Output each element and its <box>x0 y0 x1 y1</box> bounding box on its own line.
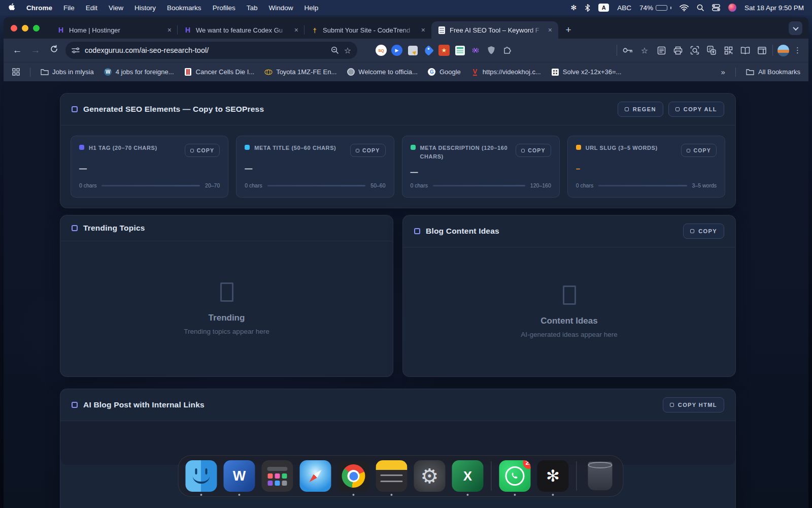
seoquake-extension-icon[interactable]: SQ <box>376 45 387 56</box>
char-count: 0 chars <box>411 182 428 188</box>
blog-title: AI Blog Post with Internal Links <box>83 400 205 409</box>
site-settings-icon[interactable] <box>72 47 80 54</box>
close-window-button[interactable] <box>11 25 17 31</box>
password-key-icon[interactable] <box>622 47 634 53</box>
siri-icon[interactable] <box>728 4 736 12</box>
video-extension-icon[interactable]: ▶ <box>391 45 402 56</box>
input-language-label[interactable]: ABC <box>617 4 631 12</box>
control-center-icon[interactable] <box>712 4 720 11</box>
bluetooth-icon[interactable] <box>585 4 590 12</box>
close-tab-icon[interactable]: × <box>166 26 173 34</box>
menu-edit[interactable]: Edit <box>86 4 97 12</box>
minimize-window-button[interactable] <box>22 25 28 31</box>
url-text[interactable]: codexguruu.com/ai-seo-research-tool/ <box>85 46 326 54</box>
tab-codex-feature[interactable]: H We want to feature Codex Gu × <box>178 21 304 39</box>
tab-search-button[interactable] <box>789 21 802 35</box>
menu-tab[interactable]: Tab <box>247 4 258 12</box>
tab-hostinger[interactable]: H Home | Hostinger × <box>51 21 178 39</box>
translate-icon[interactable]: G <box>705 46 718 55</box>
menu-window[interactable]: Window <box>268 4 293 12</box>
menu-profiles[interactable]: Profiles <box>213 4 235 12</box>
address-bar[interactable]: codexguruu.com/ai-seo-research-tool/ ☆ <box>65 42 357 59</box>
extensions-puzzle-icon[interactable] <box>501 45 513 56</box>
tag-extension-icon[interactable] <box>423 45 434 56</box>
wordpress-icon: W <box>104 68 112 76</box>
menubar-clock[interactable]: Sat 18 Apr 9:50 PM <box>745 4 804 12</box>
copy-all-button[interactable]: COPY ALL <box>668 102 724 117</box>
close-tab-icon[interactable]: × <box>547 26 553 34</box>
dock-word[interactable]: W <box>223 460 255 496</box>
seo-review-extension-icon[interactable]: ★ <box>438 45 450 56</box>
close-tab-icon[interactable]: × <box>293 26 299 34</box>
menu-bookmarks[interactable]: Bookmarks <box>167 4 201 12</box>
shield-extension-icon[interactable] <box>486 45 497 56</box>
side-panel-icon[interactable] <box>756 47 768 54</box>
copy-url-slug-button[interactable]: COPY <box>681 144 717 157</box>
menu-history[interactable]: History <box>134 4 156 12</box>
bookmark-star-icon[interactable]: ☆ <box>344 46 351 55</box>
reload-button[interactable] <box>47 45 60 56</box>
copy-h1-button[interactable]: COPY <box>185 144 220 157</box>
copy-meta-title-button[interactable]: COPY <box>350 144 386 157</box>
qr-code-icon[interactable] <box>722 46 734 55</box>
tab-submit-site[interactable]: † Submit Your Site - CodeTrend × <box>304 21 431 39</box>
print-icon[interactable] <box>672 46 684 55</box>
dock-launchpad[interactable] <box>261 460 293 496</box>
profile-avatar[interactable] <box>777 45 789 56</box>
toolbar-separator <box>617 45 617 56</box>
bookmark-wordpress[interactable]: W4 jobs for foreigne... <box>104 68 174 76</box>
table-extension-icon[interactable] <box>454 45 465 56</box>
menu-view[interactable]: View <box>109 4 123 12</box>
copy-meta-description-button[interactable]: COPY <box>516 144 551 157</box>
apple-menu-icon[interactable] <box>8 3 15 13</box>
zoom-page-icon[interactable] <box>331 46 339 54</box>
wave-extension-icon[interactable] <box>470 45 481 56</box>
dock-whatsapp[interactable]: 29 <box>499 460 530 496</box>
spotlight-search-icon[interactable] <box>697 4 704 11</box>
bookmark-jobs-folder[interactable]: Jobs in mlysia <box>41 68 94 76</box>
input-source-icon[interactable]: A <box>598 4 609 12</box>
copy-icon <box>675 107 680 111</box>
wifi-icon[interactable] <box>680 5 689 11</box>
bookmark-sparkle-icon[interactable]: ☆ <box>638 46 651 55</box>
bookmarks-overflow-chevron[interactable]: » <box>721 68 725 76</box>
zoom-window-button[interactable] <box>33 25 40 31</box>
dock-excel[interactable]: X <box>452 460 483 496</box>
toolbar-separator <box>772 45 773 56</box>
dock-safari[interactable] <box>299 460 331 496</box>
battery-indicator[interactable]: 74% <box>639 4 671 12</box>
dock-notes[interactable] <box>376 460 407 496</box>
dock-settings[interactable]: ⚙ <box>414 460 445 496</box>
menu-app-name[interactable]: Chrome <box>26 4 52 12</box>
menu-file[interactable]: File <box>63 4 75 12</box>
dock-chrome[interactable] <box>337 460 369 496</box>
bookmark-videokhoj[interactable]: Vhttps://videokhoj.c... <box>471 68 541 76</box>
copy-html-button[interactable]: COPY HTML <box>663 397 724 412</box>
dock-finder[interactable] <box>185 460 217 496</box>
copy-ideas-button[interactable]: COPY <box>683 224 724 239</box>
browser-menu-icon[interactable]: ⋮ <box>794 46 801 55</box>
screenshot-lens-icon[interactable] <box>689 46 701 55</box>
close-tab-icon[interactable]: × <box>420 26 426 34</box>
copy-icon <box>190 149 194 152</box>
copy-icon <box>670 403 674 407</box>
forward-button[interactable]: → <box>29 45 42 56</box>
apps-grid-icon[interactable] <box>12 68 20 76</box>
regen-button[interactable]: REGEN <box>618 102 663 117</box>
dock-chatgpt[interactable]: ✻ <box>537 460 568 496</box>
new-tab-button[interactable]: + <box>561 23 576 37</box>
bookmark-cancer-cells[interactable]: Cancer Cells Die I... <box>184 68 255 76</box>
back-button[interactable]: ← <box>11 45 24 56</box>
bookmark-google[interactable]: GGoogle <box>428 68 461 76</box>
bookmark-toyota[interactable]: Toyota 1MZ-FE En... <box>264 68 336 76</box>
reading-list-icon[interactable] <box>739 47 751 54</box>
bookmark-solve[interactable]: Solve x2-12x+36=... <box>551 68 622 76</box>
menu-help[interactable]: Help <box>304 4 318 12</box>
bookmark-welcome[interactable]: Welcome to officia... <box>347 68 418 76</box>
all-bookmarks-button[interactable]: All Bookmarks <box>746 68 800 76</box>
dock-trash[interactable] <box>584 460 616 496</box>
chatgpt-menubar-icon[interactable]: ✻ <box>570 4 577 11</box>
tab-free-ai-seo-tool[interactable]: Free AI SEO Tool – Keyword F × <box>431 21 558 39</box>
form-filler-icon[interactable] <box>655 46 667 55</box>
screenshot-extension-icon[interactable] <box>407 45 418 56</box>
